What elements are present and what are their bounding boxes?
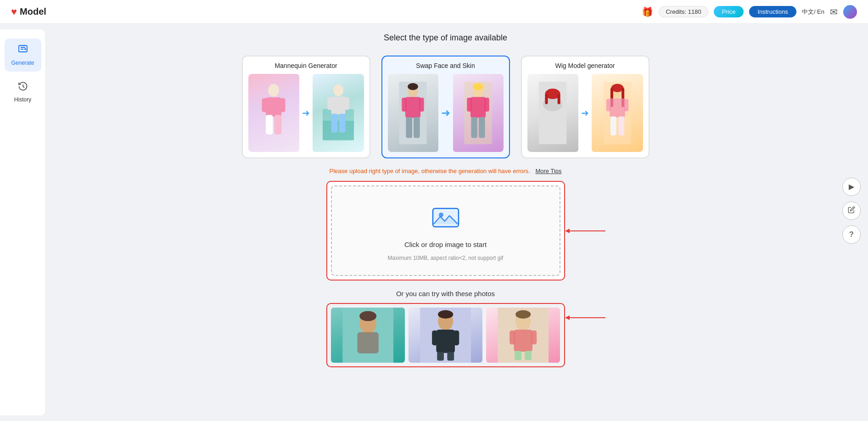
svg-rect-37: [545, 94, 548, 104]
upload-sub-text: Maximum 10MB, aspect ratio<2, not suppor…: [388, 255, 504, 261]
swap-images: ➜: [388, 74, 504, 152]
sidebar: Generate History: [0, 29, 46, 415]
more-tips-link[interactable]: More Tips: [535, 168, 561, 174]
mannequin-image-right: [313, 74, 364, 152]
upload-area[interactable]: Click or drop image to start Maximum 10M…: [331, 185, 560, 276]
svg-rect-30: [484, 98, 489, 112]
generate-icon: [17, 44, 28, 58]
svg-rect-64: [447, 352, 454, 360]
help-button[interactable]: ?: [842, 225, 861, 244]
swap-image-right: [453, 74, 504, 152]
warning-text: Please upload right type of image, other…: [330, 168, 530, 174]
upload-arrow-annotation: [564, 226, 610, 236]
svg-rect-28: [470, 97, 486, 118]
sidebar-item-history[interactable]: History: [5, 75, 41, 108]
sidebar-item-history-label: History: [14, 96, 31, 103]
svg-rect-46: [624, 99, 628, 111]
sample-title: Or you can try with these photos: [326, 290, 565, 298]
svg-rect-21: [402, 98, 407, 112]
type-selector: Mannequin Generator ➜: [50, 56, 840, 158]
svg-rect-29: [467, 98, 472, 112]
svg-rect-16: [339, 114, 345, 133]
svg-rect-24: [414, 117, 420, 138]
type-card-mannequin[interactable]: Mannequin Generator ➜: [242, 56, 370, 158]
sidebar-item-generate-label: Generate: [11, 60, 34, 66]
svg-point-55: [359, 311, 376, 321]
svg-rect-32: [479, 117, 485, 138]
history-icon: [17, 81, 28, 95]
gift-icon[interactable]: 🎁: [642, 6, 653, 17]
swap-image-left: [388, 74, 438, 152]
avatar[interactable]: [843, 5, 857, 19]
sidebar-item-generate[interactable]: Generate: [5, 39, 41, 72]
svg-rect-3: [266, 97, 281, 117]
header-right: 🎁 Credits: 1180 Price Instructions 中文/ E…: [642, 5, 857, 19]
right-icons-panel: ▶ ?: [842, 178, 861, 244]
svg-point-50: [439, 213, 443, 217]
play-button[interactable]: ▶: [842, 178, 861, 196]
svg-point-59: [438, 310, 453, 319]
svg-point-1: [24, 48, 26, 50]
svg-rect-15: [331, 114, 337, 133]
svg-rect-44: [610, 98, 625, 118]
upload-image-icon: [432, 205, 459, 234]
type-card-swap[interactable]: Swap Face and Skin ➜: [381, 56, 510, 158]
mannequin-image-left: [248, 74, 300, 152]
svg-rect-62: [454, 331, 459, 345]
svg-rect-14: [344, 97, 349, 110]
mail-icon[interactable]: ✉: [830, 6, 838, 17]
mannequin-arrow-icon: ➜: [302, 107, 310, 118]
wig-image-left: [527, 74, 579, 152]
svg-rect-70: [531, 331, 537, 344]
svg-rect-10: [323, 121, 354, 140]
swap-arrow-icon: ➜: [441, 107, 450, 119]
header: ♥ Model 🎁 Credits: 1180 Price Instructio…: [0, 0, 868, 24]
instructions-button[interactable]: Instructions: [749, 6, 796, 17]
sample-photo-1[interactable]: [331, 308, 405, 363]
svg-point-2: [268, 84, 279, 96]
language-button[interactable]: 中文/ En: [802, 8, 824, 16]
swap-card-title: Swap Face and Skin: [388, 62, 504, 69]
svg-point-11: [333, 84, 343, 96]
svg-point-27: [473, 83, 483, 90]
svg-rect-63: [437, 352, 444, 360]
svg-rect-5: [280, 98, 286, 112]
svg-rect-7: [274, 115, 281, 135]
svg-rect-22: [419, 98, 424, 112]
svg-rect-47: [610, 117, 616, 136]
warning-row: Please upload right type of image, other…: [50, 168, 840, 174]
svg-rect-38: [558, 94, 560, 104]
mannequin-images: ➜: [248, 74, 364, 152]
type-card-wig[interactable]: Wig Model generator ➜: [521, 56, 650, 158]
svg-rect-6: [266, 115, 273, 135]
svg-rect-60: [436, 330, 455, 353]
svg-rect-68: [514, 330, 533, 352]
logo: ♥ Model: [11, 6, 46, 18]
svg-rect-72: [525, 351, 532, 360]
sample-photo-2[interactable]: [409, 308, 482, 363]
price-button[interactable]: Price: [714, 6, 744, 17]
mannequin-card-title: Mannequin Generator: [248, 62, 364, 69]
svg-rect-20: [405, 97, 420, 118]
svg-marker-74: [565, 315, 570, 320]
svg-point-19: [408, 83, 418, 90]
svg-rect-71: [515, 351, 521, 360]
sample-photo-3[interactable]: [486, 308, 560, 363]
svg-rect-31: [471, 117, 477, 138]
upload-container: Click or drop image to start Maximum 10M…: [326, 181, 565, 281]
svg-rect-48: [618, 117, 624, 136]
svg-rect-12: [331, 96, 345, 114]
wig-arrow-icon: ➜: [581, 107, 589, 118]
logo-text: Model: [20, 6, 46, 17]
sample-photos-container: [326, 303, 565, 367]
wig-image-right: [592, 74, 643, 152]
play-icon: ▶: [849, 182, 854, 191]
edit-button[interactable]: [842, 202, 861, 220]
svg-rect-69: [510, 331, 515, 344]
sample-arrow-annotation: [564, 313, 610, 324]
sample-section: Or you can try with these photos: [326, 290, 565, 367]
page-title: Select the type of image available: [50, 33, 840, 43]
logo-heart-icon: ♥: [11, 6, 17, 18]
svg-point-67: [515, 310, 531, 319]
svg-rect-45: [606, 99, 611, 111]
